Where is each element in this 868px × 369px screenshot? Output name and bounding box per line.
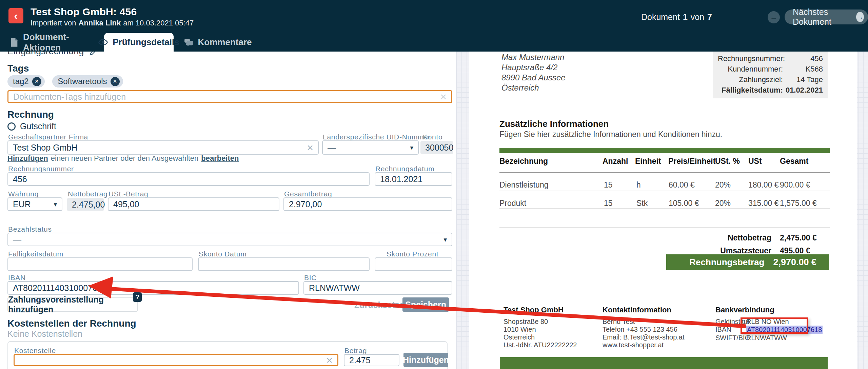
vat-input[interactable]: 495,00 (108, 197, 279, 211)
uid-select[interactable]: — ▾ (322, 140, 419, 155)
tab-label: Kommentare (198, 37, 252, 47)
iban-label: IBAN (8, 274, 26, 282)
remove-tag-icon[interactable]: ✕ (111, 77, 120, 86)
paystatus-label: Bezahlstatus (8, 225, 52, 233)
iban-highlight: AT802011140310007618 (746, 326, 823, 334)
import-user: Annika Link (79, 19, 121, 27)
iban-input[interactable]: AT802011140310007618 (7, 281, 299, 295)
doc-counter-of: von (691, 12, 704, 22)
due-date-label: Fälligkeitsdatum (8, 250, 63, 258)
payment-preset-button[interactable]: Zahlungsvoreinstellung hinzufügen (7, 297, 138, 312)
total-input[interactable]: 2.970,00 (283, 197, 452, 211)
add-tag-placeholder: Dokumenten-Tags hinzufügen (13, 92, 126, 102)
reset-button[interactable]: Zurücksetzen (354, 300, 409, 310)
costcenter-heading: Kostenstellen der Rechnung (7, 318, 136, 329)
amount-input[interactable]: 2.475 (344, 354, 399, 366)
previous-document-button[interactable]: ← (768, 11, 780, 23)
clear-icon[interactable]: × (440, 91, 447, 102)
clear-icon[interactable]: × (307, 142, 313, 153)
col-header: USt. % (715, 157, 740, 166)
footer-company-col: Test Shop GmbH Shopstraße 80 1010 Wien Ö… (504, 306, 577, 349)
konto-value: 300050 (420, 141, 453, 154)
comments-icon (184, 38, 193, 46)
invoice-number-input[interactable]: 456 (7, 172, 370, 186)
next-document-button[interactable]: Nächstes Dokument → (785, 9, 868, 24)
invoice-date-input[interactable]: 18.01.2021 (375, 172, 452, 186)
tag-label: tag2 (13, 77, 29, 86)
back-button[interactable]: ‹ (8, 8, 23, 23)
table-cell: 180.00 € (748, 180, 779, 190)
clear-icon[interactable]: × (326, 355, 333, 366)
document-preview-pane: Max Mustermann Hauptsraße 4/2 8990 Bad A… (456, 52, 868, 369)
total-value: 2,475.00 € (780, 233, 817, 242)
chevron-left-icon: ‹ (14, 9, 18, 22)
arrow-right-icon: → (856, 12, 864, 22)
chevron-down-icon: ▾ (54, 200, 57, 208)
total-value: 2.970,00 (289, 199, 322, 209)
amount-value: 2.475 (349, 355, 371, 365)
bic-label: BIC (304, 274, 317, 282)
table-cell: h (636, 180, 641, 190)
meta-row: Fälligkeitsdatum: 01.02.2021 (713, 86, 828, 95)
header: ‹ Test Shop GmbH: 456 Importiert von Ann… (0, 0, 868, 52)
total-label: Nettobetrag (666, 233, 771, 242)
due-date-input[interactable] (7, 257, 193, 271)
skonto-percent-input[interactable] (375, 257, 452, 271)
table-cell: 105.00 € (669, 199, 699, 208)
col-header: Bezeichnung (499, 157, 548, 166)
tag-chip: Softwaretools ✕ (52, 75, 123, 88)
page-title: Test Shop GmbH: 456 (31, 6, 137, 18)
partner-input[interactable]: Test Shop GmbH × (7, 140, 319, 155)
uid-label: Länderspezifische UID-Nummer (323, 133, 431, 141)
meta-row: Zahlungsziel: 14 Tage (713, 75, 828, 84)
add-tag-input[interactable]: Dokumenten-Tags hinzufügen × (7, 90, 452, 103)
edit-partner-link[interactable]: bearbeiten (201, 154, 239, 163)
costcenter-label: Kostenstelle (14, 347, 56, 355)
tag-label: Softwaretools (58, 77, 107, 86)
footer-bank-col: Bankverbindung Geldinstitut RLB NÖ Wien … (715, 306, 823, 342)
paystatus-value: — (13, 235, 21, 245)
col-header: Gesamt (780, 157, 808, 166)
table-rule (499, 208, 830, 209)
partner-value: Test Shop GmbH (13, 143, 77, 153)
table-cell: 20% (715, 199, 731, 208)
table-cell: Produkt (499, 199, 526, 208)
tab-kommentare[interactable]: Kommentare (181, 33, 254, 52)
table-cell: 15 (604, 199, 613, 208)
tab-label: Dokument-Aktionen (23, 32, 105, 53)
bic-input[interactable]: RLNWATWW (303, 281, 452, 295)
add-costcenter-button[interactable]: Hinzufügen (403, 353, 448, 367)
additional-info-subtitle: Fügen Sie hier zusätzliche Informationen… (499, 130, 722, 139)
gutschrift-radio[interactable] (7, 122, 16, 131)
vat-value: 495,00 (113, 199, 139, 209)
grand-total-label: Rechnungsbetrag (689, 257, 764, 268)
tab-dokument-aktionen[interactable]: Dokument-Aktionen (10, 33, 105, 52)
currency-select[interactable]: EUR ▾ (7, 197, 62, 211)
costcenter-input[interactable]: × (14, 354, 338, 366)
help-badge[interactable]: ? (133, 292, 142, 302)
green-divider-bar (499, 148, 830, 153)
col-header: Preis/Einheit (668, 157, 715, 166)
tab-pruefungsdetails[interactable]: Prüfungsdetails (104, 33, 174, 52)
table-cell: Dienstleistung (499, 180, 548, 190)
total-label: Gesamtbetrag (284, 190, 332, 198)
skonto-date-input[interactable] (198, 257, 370, 271)
recipient-line: Hauptsraße 4/2 (501, 62, 566, 73)
recipient-line: 8990 Bad Aussee (501, 73, 566, 83)
import-prefix: Importiert von (31, 19, 76, 27)
remove-tag-icon[interactable]: ✕ (32, 77, 41, 86)
invoice-page: Max Mustermann Hauptsraße 4/2 8990 Bad A… (469, 52, 857, 369)
tag-chip: tag2 ✕ (7, 75, 45, 88)
tab-label: Prüfungsdetails (113, 37, 179, 47)
paystatus-select[interactable]: — ▾ (7, 233, 452, 246)
save-button[interactable]: Speichern (402, 297, 449, 312)
doc-counter-current: 1 (683, 12, 688, 22)
import-suffix: am 10.03.2021 05:47 (123, 19, 194, 27)
verification-form-panel: Eingangsrechnung Tags tag2 ✕ Softwaretoo… (0, 52, 456, 369)
invoice-number-label: Rechnungsnummer (8, 165, 74, 173)
gutschrift-label: Gutschrift (20, 121, 56, 131)
import-info: Importiert von Annika Link am 10.03.2021… (31, 19, 194, 27)
table-cell: 15 (604, 180, 613, 190)
costcenter-panel: Kostenstelle × Betrag 2.475 Hinzufügen (7, 341, 448, 369)
add-partner-link[interactable]: Hinzufügen (7, 154, 48, 163)
